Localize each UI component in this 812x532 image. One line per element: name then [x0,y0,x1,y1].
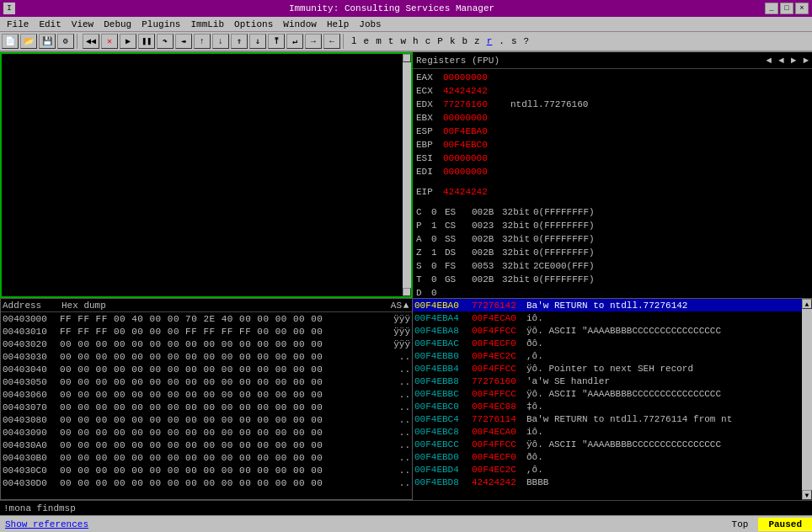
toolbar-s[interactable]: s [509,36,520,46]
flag-row-p[interactable]: P1CS002332bit 0(FFFFFFFF) [416,219,809,232]
hex-row[interactable]: 004030C000 00 00 00 00 00 00 00 00 00 00… [1,464,412,476]
toolbar-w[interactable]: w [398,36,409,46]
reg-row-esi[interactable]: ESI00000000 [416,152,809,165]
toolbar-pause[interactable]: ❚❚ [138,34,155,49]
toolbar-t[interactable]: t [386,36,397,46]
reg-row-eip[interactable]: EIP42424242 [416,185,809,199]
hex-row[interactable]: 004030A000 00 00 00 00 00 00 00 00 00 00… [1,439,412,451]
menu-debug[interactable]: Debug [99,19,136,30]
toolbar-ret[interactable]: ← [323,34,340,49]
reg-row-edx[interactable]: EDX77276160ntdll.77276160 [416,98,809,111]
flag-row-c[interactable]: C0ES002B32bit 0(FFFFFFFF) [416,205,809,219]
reg-row-ebp[interactable]: EBP00F4EBC0 [416,138,809,152]
menu-window[interactable]: Window [278,19,322,30]
stack-body[interactable]: 00F4EBA077276142Ba'w RETURN to ntdll.772… [413,299,812,500]
stack-row[interactable]: 00F4EBD400F4EC2C,ô. [413,463,802,476]
stack-scroll-up[interactable]: ▲ [802,299,812,309]
toolbar-z[interactable]: z [472,36,483,46]
toolbar-m[interactable]: m [373,36,384,46]
toolbar-c[interactable]: c [423,36,434,46]
stack-row[interactable]: 00F4EBB000F4EC2C,ô. [413,349,802,362]
toolbar-run[interactable]: ▶ [120,34,136,49]
flag-row-d[interactable]: D0 [416,286,809,298]
toolbar-step-over1[interactable]: ↠ [175,34,192,49]
stack-row[interactable]: 00F4EBB400F4FFCCÿô. Pointer to next SEH … [413,362,802,375]
minimize-button[interactable]: _ [765,3,778,14]
toolbar-back[interactable]: ↵ [286,34,303,49]
stack-row[interactable]: 00F4EBA400F4ECA0iô. [413,311,802,324]
stack-row[interactable]: 00F4EBD842424242BBBB [413,476,802,488]
hex-body[interactable]: 00403000FF FF FF 00 40 00 00 70 2E 40 00… [1,312,412,499]
disasm-content[interactable] [2,54,403,296]
toolbar-open[interactable]: 📂 [20,34,37,49]
stack-scroll-down[interactable]: ▼ [802,490,812,500]
toolbar-dot[interactable]: . [496,36,507,46]
toolbar-l[interactable]: l [349,36,360,46]
toolbar-k[interactable]: k [447,36,458,46]
stack-row[interactable]: 00F4EBC800F4ECA0iô. [413,425,802,438]
hex-row[interactable]: 0040307000 00 00 00 00 00 00 00 00 00 00… [1,401,412,413]
toolbar-bp[interactable]: ⤒ [268,34,285,49]
menu-options[interactable]: Options [229,19,278,30]
menu-view[interactable]: View [67,19,99,30]
menu-file[interactable]: File [2,19,34,30]
toolbar-question[interactable]: ? [521,36,532,46]
stack-row[interactable]: 00F4EBB877276160'a'w SE handler [413,375,802,387]
stack-row[interactable]: 00F4EBC000F4EC88‡ô. [413,400,802,412]
toolbar-fwd[interactable]: → [305,34,322,49]
reg-row-ebx[interactable]: EBX00000000 [416,111,809,125]
toolbar-h[interactable]: h [410,36,421,46]
hex-row[interactable]: 004030D000 00 00 00 00 00 00 00 00 00 00… [1,476,412,489]
show-references-link[interactable]: Show references [0,519,722,529]
reg-nav-left1[interactable]: ◄ [767,56,772,66]
toolbar-step-into[interactable]: ↷ [157,34,174,49]
stack-row[interactable]: 00F4EBD000F4ECF0ðô. [413,450,802,463]
reg-row-ecx[interactable]: ECX42424242 [416,84,809,98]
hex-row[interactable]: 0040302000 00 00 00 00 00 00 00 00 00 00… [1,338,412,350]
hex-row[interactable]: 004030B000 00 00 00 00 00 00 00 00 00 00… [1,451,412,464]
reg-row-esp[interactable]: ESP00F4EBA0 [416,125,809,138]
stack-row[interactable]: 00F4EBC477276114Ba'w RETURN to ntdll.772… [413,412,802,425]
toolbar-b[interactable]: b [459,36,470,46]
stack-row[interactable]: 00F4EBCC00F4FFCCÿô. ASCII "AAAABBBBCCCCC… [413,438,802,450]
close-button[interactable]: × [795,3,809,14]
reg-nav-right2[interactable]: ► [803,56,809,66]
toolbar-step-down2[interactable]: ⇓ [249,34,266,49]
stack-row[interactable]: 00F4EBA077276142Ba'w RETURN to ntdll.772… [413,299,802,311]
flag-row-s[interactable]: S0FS005332bit 2CE000(FFF) [416,259,809,273]
toolbar-step-down[interactable]: ↓ [212,34,229,49]
hex-row[interactable]: 0040309000 00 00 00 00 00 00 00 00 00 00… [1,426,412,439]
toolbar-save[interactable]: 💾 [39,34,56,49]
toolbar-new[interactable]: 📄 [2,34,19,49]
reg-row-edi[interactable]: EDI00000000 [416,165,809,178]
hex-row[interactable]: 0040304000 00 00 00 00 00 00 00 00 00 00… [1,363,412,375]
toolbar-step-up2[interactable]: ⇑ [231,34,248,49]
disasm-scroll-up[interactable]: ▲ [403,54,411,62]
toolbar-P[interactable]: P [435,36,446,46]
reg-row-eax[interactable]: EAX00000000 [416,71,809,84]
menu-immlib[interactable]: ImmLib [185,19,229,30]
menu-edit[interactable]: Edit [34,19,66,30]
maximize-button[interactable]: □ [780,3,793,14]
menu-plugins[interactable]: Plugins [136,19,185,30]
toolbar-e[interactable]: e [361,36,372,46]
stack-row[interactable]: 00F4EBBC00F4FFCCÿô. ASCII "AAAABBBBCCCCC… [413,387,802,400]
hex-row[interactable]: 00403010FF FF FF 00 00 00 00 FF FF FF FF… [1,325,412,338]
stack-row[interactable]: 00F4EBA800F4FFCCÿô. ASCII "AAAABBBBCCCCC… [413,324,802,337]
disasm-scroll-down[interactable]: ▼ [403,288,411,296]
flag-row-z[interactable]: Z1DS002B32bit 0(FFFFFFFF) [416,246,809,259]
flag-row-t[interactable]: T0GS002B32bit 0(FFFFFFFF) [416,273,809,286]
reg-nav-right1[interactable]: ► [791,56,797,66]
flag-row-a[interactable]: A0SS002B32bit 0(FFFFFFFF) [416,232,809,246]
stack-row[interactable]: 00F4EBAC00F4ECF0ðô. [413,337,802,349]
hex-row[interactable]: 0040305000 00 00 00 00 00 00 00 00 00 00… [1,375,412,388]
hex-row[interactable]: 0040306000 00 00 00 00 00 00 00 00 00 00… [1,388,412,401]
toolbar-rewind[interactable]: ◀◀ [83,34,99,49]
hex-row[interactable]: 0040308000 00 00 00 00 00 00 00 00 00 00… [1,413,412,426]
top-label[interactable]: Top [722,519,759,529]
toolbar-opt[interactable]: ⚙ [57,34,74,49]
menu-help[interactable]: Help [322,19,354,30]
toolbar-r[interactable]: r [484,36,495,46]
menu-jobs[interactable]: Jobs [354,19,386,30]
toolbar-step-up[interactable]: ↑ [194,34,211,49]
